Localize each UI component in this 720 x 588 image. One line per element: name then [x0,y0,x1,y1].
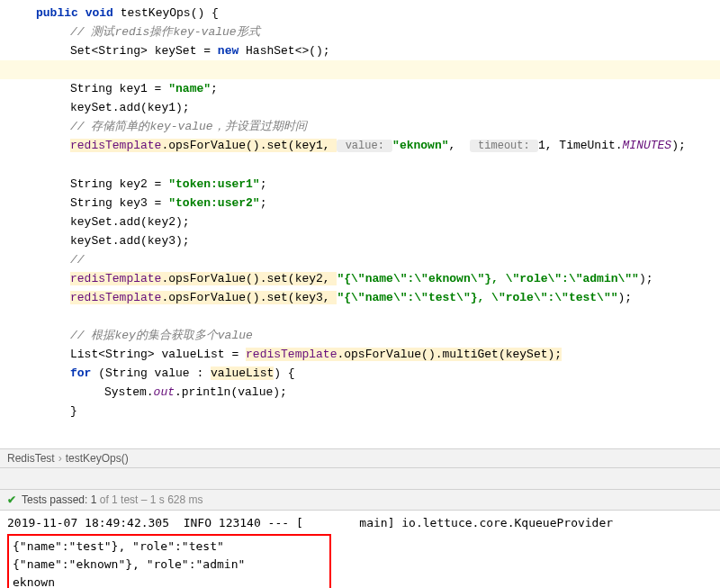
code-text: () { [191,6,219,20]
code-line: redisTemplate.opsForValue().set(key2, "{… [0,269,720,288]
keyword-new: new [218,44,238,58]
console-line: {"name":"test"}, "role":"test" [13,538,326,556]
code-text: valueList = [155,348,246,361]
inlay-hint: value: [337,140,392,152]
code-text: ) { [274,366,294,380]
code-text: ); [618,291,633,304]
breadcrumb: RedisTest › testKeyOps() [0,448,720,468]
comment: // 测试redis操作key-value形式 [70,25,260,39]
keyword-void: void [86,6,113,20]
chevron-right-icon: › [58,452,62,465]
string-literal: "{\"name\":\"test\"}, \"role\":\"test\"" [337,291,617,304]
code-text: key2 = [112,177,168,191]
type: String [70,177,112,191]
code-text: .opsForValue().set(key1, [161,139,337,152]
code-text: key1 = [112,82,168,95]
string-literal: "name" [168,82,211,95]
check-icon: ✔ [7,493,16,506]
code-line: // [0,250,720,269]
inlay-hint: timeout: [470,140,538,152]
status-of: of 1 test [100,493,139,506]
code-text: ); [639,272,653,285]
code-text: ; [211,82,218,95]
keyword-for: for [70,366,91,380]
code-text: keySet = [148,44,218,58]
static-field: out [154,385,175,399]
current-line [0,60,720,79]
code-line: // 根据key的集合获取多个value [0,326,720,345]
code-editor[interactable]: public void testKeyOps() { // 测试redis操作k… [0,0,720,448]
code-text: .println(value); [175,385,287,399]
string-literal: "eknown" [392,139,448,152]
code-text: HashSet<>(); [238,44,329,58]
console-output[interactable]: 2019-11-07 18:49:42.305 INFO 123140 --- … [0,511,720,588]
code-text: key3 = [112,196,168,210]
field-ref: redisTemplate [246,348,337,361]
keyword-public: public [36,6,78,20]
code-line: keySet.add(key3); [0,231,720,250]
code-line: // 存储简单的key-value，并设置过期时间 [0,117,720,136]
tests-passed-label: Tests passed: 1 of 1 test – 1 s 628 ms [22,493,203,506]
type: Set<String> [70,44,148,58]
code-line: System.out.println(value); [0,383,720,402]
code-text: .opsForValue().set(key3, [161,291,337,304]
code-line: keySet.add(key1); [0,98,720,117]
code-text: } [70,404,77,418]
code-line [0,307,720,326]
code-line: // 测试redis操作key-value形式 [0,23,720,41]
code-line: redisTemplate.opsForValue().set(key1, va… [0,136,720,156]
code-text: valueList [211,366,274,380]
type: String [70,82,112,95]
code-line: Set<String> keySet = new HashSet<>(); [0,41,720,60]
code-line: keySet.add(key2); [0,213,720,231]
code-text: keySet.add(key3); [70,234,190,248]
type: List<String> [70,348,155,361]
test-status-bar: ✔ Tests passed: 1 of 1 test – 1 s 628 ms [0,490,720,511]
status-time: – 1 s 628 ms [141,493,203,506]
console-line: 2019-11-07 18:49:42.305 INFO 123140 --- … [7,514,713,532]
console-line: eknown [13,574,326,588]
field-ref: redisTemplate [70,291,161,304]
console-line: {"name":"eknown"}, "role":"admin" [13,556,326,574]
type: String [70,196,112,210]
code-text: .opsForValue().set(key2, [161,272,337,285]
code-text: ; [260,177,267,191]
method-name: testKeyOps [121,6,191,20]
code-text: keySet.add(key2); [70,215,190,229]
breadcrumb-item[interactable]: RedisTest [7,452,55,465]
static-field: MINUTES [623,139,672,152]
code-text: , [449,139,470,152]
comment: // 根据key的集合获取多个value [70,329,253,342]
comment: // [70,253,85,267]
highlighted-output: {"name":"test"}, "role":"test" {"name":"… [7,534,331,588]
code-line: for (String value : valueList) { [0,364,720,383]
code-text: ; [260,196,267,210]
code-text: ); [671,139,686,152]
code-line: String key2 = "token:user1"; [0,175,720,194]
status-label: Tests passed: [22,493,87,506]
status-count: 1 [91,493,97,506]
breadcrumb-item[interactable]: testKeyOps() [66,452,129,465]
code-text: 1, TimeUnit. [538,139,623,152]
code-text: System. [104,385,154,399]
string-literal: "token:user2" [168,196,259,210]
code-line [0,156,720,175]
code-line: String key3 = "token:user2"; [0,194,720,213]
code-text: (String value : [91,366,211,380]
string-literal: "token:user1" [168,177,259,191]
code-line: List<String> valueList = redisTemplate.o… [0,345,720,364]
code-line: String key1 = "name"; [0,79,720,98]
code-text: .opsForValue().multiGet(keySet); [337,348,562,361]
code-line: public void testKeyOps() { [0,4,720,23]
code-line: redisTemplate.opsForValue().set(key3, "{… [0,288,720,307]
code-line: } [0,402,720,421]
code-text: keySet.add(key1); [70,101,190,114]
field-ref: redisTemplate [70,272,161,285]
string-literal: "{\"name\":\"eknown\"}, \"role\":\"admin… [337,272,638,285]
tool-toolbar [0,468,720,490]
field-ref: redisTemplate [70,139,161,152]
comment: // 存储简单的key-value，并设置过期时间 [70,120,307,133]
